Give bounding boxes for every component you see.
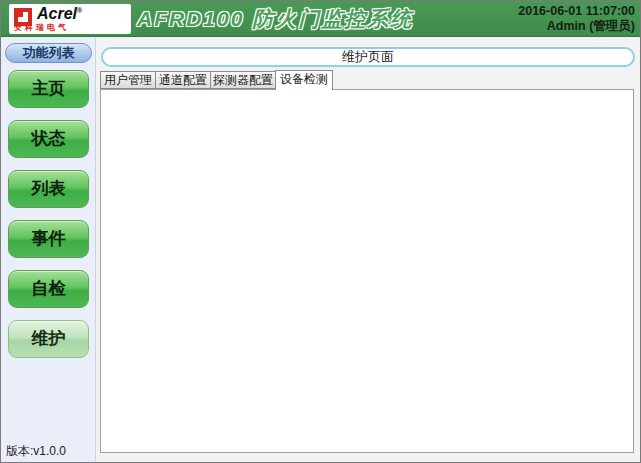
app-window: Acrel® 安科瑞电气 AFRD100 防火门监控系统 2016-06-01 … (0, 0, 641, 463)
app-title: AFRD100 防火门监控系统 (137, 5, 413, 33)
page-title: 维护页面 (101, 47, 635, 67)
sidebar-item-home[interactable]: 主页 (8, 70, 89, 108)
acrel-logo: Acrel® 安科瑞电气 (9, 4, 131, 34)
sidebar-item-status[interactable]: 状态 (8, 120, 89, 158)
tab-detector-config[interactable]: 探测器配置 (210, 71, 276, 89)
sidebar-header: 功能列表 (5, 43, 92, 63)
sidebar-item-maintenance[interactable]: 维护 (8, 320, 89, 358)
header-status: 2016-06-01 11:07:00 Admin (管理员) (518, 4, 635, 34)
logged-in-user: Admin (管理员) (518, 19, 635, 34)
device-check-panel (100, 89, 634, 453)
brand-subtitle: 安科瑞电气 (14, 22, 128, 33)
datetime-label: 2016-06-01 11:07:00 (518, 4, 635, 19)
sidebar-item-events[interactable]: 事件 (8, 220, 89, 258)
registered-mark: ® (77, 7, 82, 14)
tab-channel-config[interactable]: 通道配置 (155, 71, 211, 89)
header-bar: Acrel® 安科瑞电气 AFRD100 防火门监控系统 2016-06-01 … (1, 1, 641, 37)
tab-user-management[interactable]: 用户管理 (100, 71, 156, 89)
brand-name: Acrel® (37, 5, 82, 23)
sidebar-item-selftest[interactable]: 自检 (8, 270, 89, 308)
tab-device-check[interactable]: 设备检测 (275, 70, 333, 90)
sidebar-item-list[interactable]: 列表 (8, 170, 89, 208)
sidebar: 功能列表 主页 状态 列表 事件 自检 维护 版本:v1.0.0 (1, 37, 96, 463)
version-label: 版本:v1.0.0 (6, 443, 66, 460)
